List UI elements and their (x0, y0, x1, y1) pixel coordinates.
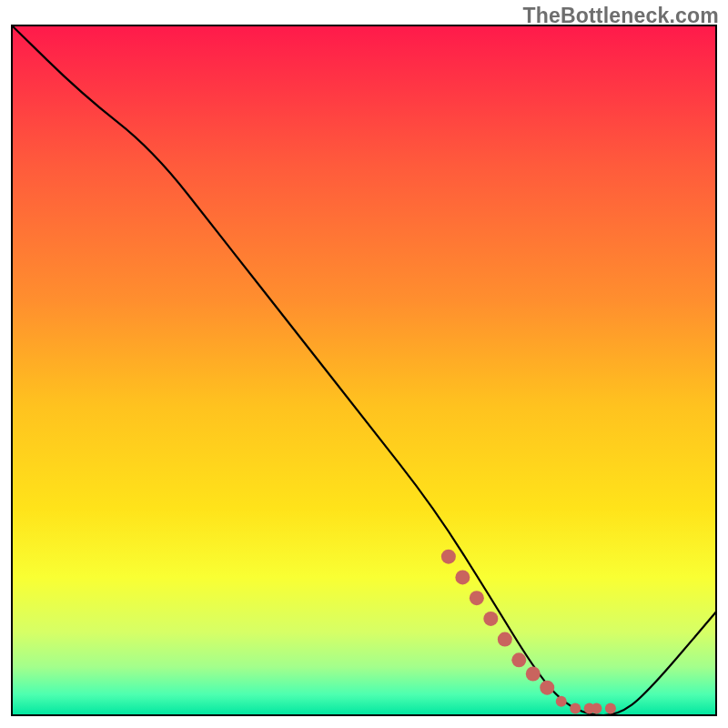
marker-dot (455, 570, 470, 584)
marker-dot (511, 652, 526, 667)
gradient-background (12, 25, 716, 715)
marker-dot (605, 703, 616, 713)
marker-dot (556, 696, 567, 707)
bottleneck-chart: TheBottleneck.com (0, 0, 728, 728)
marker-dot (526, 667, 541, 682)
marker-dot (441, 550, 456, 564)
chart-svg (0, 0, 728, 728)
watermark-text: TheBottleneck.com (522, 4, 719, 28)
marker-dot (540, 681, 554, 695)
marker-dot (570, 703, 581, 713)
plot-area (12, 25, 716, 715)
marker-dot (498, 632, 512, 647)
marker-dot (591, 703, 602, 713)
marker-dot (470, 591, 484, 605)
marker-dot (483, 612, 498, 626)
